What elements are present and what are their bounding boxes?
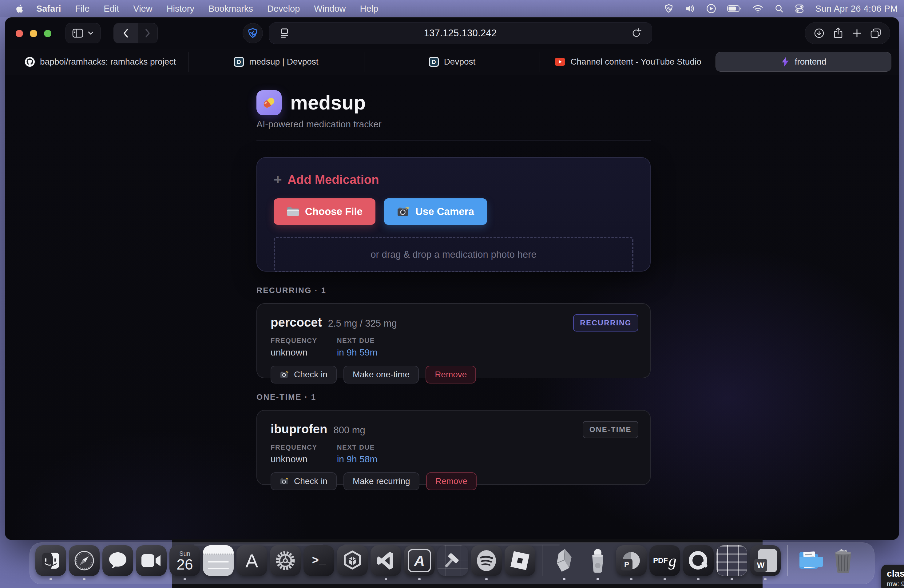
running-indicator [563, 578, 566, 580]
drag-drop-zone[interactable]: or drag & drop a medication photo here [273, 237, 634, 272]
dock-item-messages[interactable] [103, 545, 133, 580]
header-divider [256, 140, 651, 141]
dock-item-notes[interactable] [203, 545, 234, 580]
page-subtitle: AI-powered medication tracker [256, 119, 651, 130]
use-camera-button[interactable]: Use Camera [384, 198, 487, 225]
wifi-icon[interactable] [752, 4, 763, 13]
running-indicator [183, 578, 186, 580]
dock-item-p[interactable]: P [616, 545, 646, 580]
dock-item-xcode[interactable]: A [404, 545, 435, 580]
dock-item-terminal[interactable]: >_ [303, 545, 334, 580]
shield-m-status-icon[interactable] [664, 4, 674, 14]
dock-item-facetime[interactable] [136, 545, 167, 580]
minimize-window-button[interactable] [30, 30, 37, 37]
back-button[interactable] [114, 23, 138, 43]
reload-icon[interactable] [632, 28, 642, 38]
pdf-glyph: PDF [653, 556, 668, 565]
menu-bar-clock[interactable]: Sun Apr 26 4:06 PM [815, 4, 898, 14]
tab-devpost[interactable]: D Devpost [364, 52, 540, 72]
menu-bookmarks[interactable]: Bookmarks [209, 4, 253, 14]
address-bar[interactable]: 137.125.130.242 [269, 22, 652, 44]
dock-item-vscode[interactable] [370, 545, 401, 580]
running-indicator [418, 578, 420, 580]
dock-item-settings[interactable] [270, 545, 301, 580]
running-indicator [630, 578, 632, 580]
share-button[interactable] [833, 27, 844, 39]
tab-overview-button[interactable] [870, 28, 881, 38]
play-circle-icon[interactable] [706, 4, 716, 14]
remove-button[interactable]: Remove [425, 366, 476, 384]
dock-item-spotify[interactable] [471, 545, 502, 580]
volume-icon[interactable] [685, 4, 695, 13]
dock-item-unity[interactable] [337, 545, 368, 580]
control-center-icon[interactable] [795, 4, 804, 13]
dock-divider [542, 545, 542, 576]
dock-item-finder[interactable] [35, 545, 66, 580]
tab-title: bapboi/ramhacks: ramhacks project [40, 57, 176, 67]
dock-item-roblox[interactable] [504, 545, 535, 580]
recurring-badge: RECURRING [573, 314, 638, 332]
extension-shield-button[interactable] [243, 23, 263, 43]
corner-note-line2: mw: 95 [887, 580, 904, 588]
apple-menu-icon[interactable] [15, 4, 24, 13]
dock-item-stone[interactable] [549, 545, 580, 580]
menu-history[interactable]: History [167, 4, 194, 14]
dock-item-hammer[interactable] [438, 545, 468, 580]
menu-develop[interactable]: Develop [267, 4, 300, 14]
app-menus: Safari File Edit View History Bookmarks … [36, 4, 378, 14]
menu-edit[interactable]: Edit [104, 4, 119, 14]
menu-view[interactable]: View [133, 4, 152, 14]
choose-file-button[interactable]: Choose File [273, 198, 375, 225]
make-one-time-label: Make one-time [353, 370, 409, 379]
dock-item-canister[interactable] [582, 545, 613, 580]
new-tab-button[interactable] [852, 28, 862, 38]
make-recurring-label: Make recurring [353, 476, 410, 486]
url-text[interactable]: 137.125.130.242 [289, 28, 632, 39]
menu-file[interactable]: File [75, 4, 90, 14]
check-in-button[interactable]: Check in [270, 366, 337, 384]
close-window-button[interactable] [16, 30, 23, 37]
reader-options-icon[interactable] [280, 28, 289, 38]
dock-item-spreadsheet[interactable] [716, 545, 747, 580]
forward-button[interactable] [138, 28, 157, 38]
section-label-one-time: ONE-TIME · 1 [256, 392, 651, 402]
github-favicon [25, 57, 35, 67]
check-in-label: Check in [294, 476, 327, 486]
browser-toolbar: 137.125.130.242 [5, 17, 899, 49]
search-icon[interactable] [774, 4, 784, 13]
tab-bar: bapboi/ramhacks: ramhacks project D meds… [5, 49, 899, 75]
corner-note-panel[interactable]: class mw: 95 desig [881, 564, 904, 588]
medication-card-ibuprofen: ONE-TIME ibuprofen 800 mg FREQUENCY unkn… [256, 410, 651, 485]
sidebar-toggle-button[interactable] [65, 23, 101, 43]
dock-item-documents-folder[interactable] [794, 545, 825, 580]
tab-youtube-studio[interactable]: Channel content - YouTube Studio [540, 52, 716, 72]
add-medication-card: + Add Medication Choose File Use [256, 157, 651, 272]
menu-safari[interactable]: Safari [36, 4, 61, 14]
word-glyph: W [754, 559, 767, 572]
tab-frontend-active[interactable]: frontend [716, 52, 891, 72]
plus-icon: + [273, 172, 282, 187]
running-indicator [596, 578, 599, 580]
medication-dose: 800 mg [333, 425, 365, 436]
dock-item-calendar[interactable]: Sun 26 [169, 545, 200, 580]
dock-item-pdf[interactable]: PDF g [650, 545, 680, 580]
make-one-time-button[interactable]: Make one-time [343, 366, 419, 384]
dock-item-word[interactable]: W [750, 545, 781, 580]
make-recurring-button[interactable]: Make recurring [343, 473, 419, 490]
dock-item-app-store[interactable]: A [237, 545, 267, 580]
battery-icon[interactable] [727, 5, 741, 12]
frequency-label: FREQUENCY [270, 443, 317, 452]
downloads-button[interactable] [814, 28, 825, 39]
zoom-window-button[interactable] [44, 30, 51, 37]
dock-item-trash[interactable] [828, 545, 858, 580]
remove-button[interactable]: Remove [426, 473, 477, 490]
tab-github-ramhacks[interactable]: bapboi/ramhacks: ramhacks project [13, 52, 188, 72]
check-in-button[interactable]: Check in [270, 473, 337, 490]
tab-medsup-devpost[interactable]: D medsup | Devpost [188, 52, 364, 72]
dock-item-quicktime[interactable] [683, 545, 714, 580]
menu-window[interactable]: Window [314, 4, 346, 14]
menu-help[interactable]: Help [360, 4, 379, 14]
toolbar-right-cluster [805, 22, 890, 44]
dock-item-safari[interactable] [69, 545, 100, 580]
choose-file-label: Choose File [305, 206, 362, 217]
